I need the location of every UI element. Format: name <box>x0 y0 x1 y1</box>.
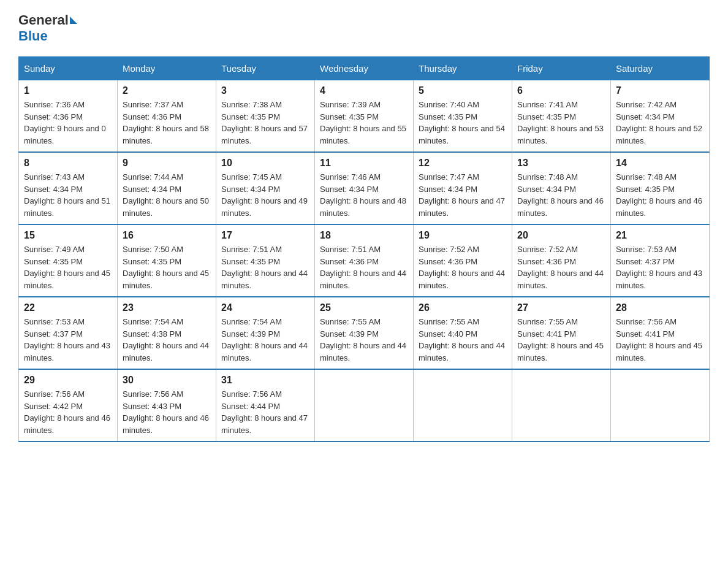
day-info: Sunrise: 7:53 AM Sunset: 4:37 PM Dayligh… <box>616 243 704 291</box>
day-info: Sunrise: 7:48 AM Sunset: 4:35 PM Dayligh… <box>616 171 704 219</box>
day-number: 30 <box>123 375 211 386</box>
calendar-cell: 6 Sunrise: 7:41 AM Sunset: 4:35 PM Dayli… <box>512 80 611 153</box>
day-number: 13 <box>517 158 605 169</box>
day-number: 3 <box>221 85 309 96</box>
day-info: Sunrise: 7:45 AM Sunset: 4:34 PM Dayligh… <box>221 171 309 219</box>
day-info: Sunrise: 7:42 AM Sunset: 4:34 PM Dayligh… <box>616 99 704 147</box>
logo: General Blue <box>18 12 78 44</box>
day-info: Sunrise: 7:55 AM Sunset: 4:40 PM Dayligh… <box>419 316 507 364</box>
day-number: 31 <box>221 375 309 386</box>
calendar-cell: 18 Sunrise: 7:51 AM Sunset: 4:36 PM Dayl… <box>315 224 414 297</box>
calendar-cell: 11 Sunrise: 7:46 AM Sunset: 4:34 PM Dayl… <box>315 152 414 224</box>
calendar-cell: 30 Sunrise: 7:56 AM Sunset: 4:43 PM Dayl… <box>118 369 216 442</box>
calendar-cell: 20 Sunrise: 7:52 AM Sunset: 4:36 PM Dayl… <box>512 224 611 297</box>
calendar-cell: 16 Sunrise: 7:50 AM Sunset: 4:35 PM Dayl… <box>118 224 216 297</box>
day-number: 9 <box>123 158 211 169</box>
logo-icon <box>70 17 77 24</box>
day-info: Sunrise: 7:49 AM Sunset: 4:35 PM Dayligh… <box>24 243 112 291</box>
day-number: 11 <box>320 158 408 169</box>
calendar-cell: 7 Sunrise: 7:42 AM Sunset: 4:34 PM Dayli… <box>611 80 710 153</box>
day-info: Sunrise: 7:52 AM Sunset: 4:36 PM Dayligh… <box>517 243 605 291</box>
day-number: 23 <box>123 302 211 313</box>
day-info: Sunrise: 7:39 AM Sunset: 4:35 PM Dayligh… <box>320 99 408 147</box>
day-number: 17 <box>221 230 309 241</box>
calendar-cell: 4 Sunrise: 7:39 AM Sunset: 4:35 PM Dayli… <box>315 80 414 153</box>
calendar-cell: 26 Sunrise: 7:55 AM Sunset: 4:40 PM Dayl… <box>414 297 512 369</box>
calendar-cell: 19 Sunrise: 7:52 AM Sunset: 4:36 PM Dayl… <box>414 224 512 297</box>
calendar-week-2: 8 Sunrise: 7:43 AM Sunset: 4:34 PM Dayli… <box>19 152 710 224</box>
page-header: General Blue <box>18 12 710 44</box>
calendar-cell: 27 Sunrise: 7:55 AM Sunset: 4:41 PM Dayl… <box>512 297 611 369</box>
calendar-cell: 10 Sunrise: 7:45 AM Sunset: 4:34 PM Dayl… <box>216 152 315 224</box>
day-number: 22 <box>24 302 112 313</box>
day-number: 19 <box>419 230 507 241</box>
day-info: Sunrise: 7:38 AM Sunset: 4:35 PM Dayligh… <box>221 99 309 147</box>
day-info: Sunrise: 7:41 AM Sunset: 4:35 PM Dayligh… <box>517 99 605 147</box>
calendar-cell: 22 Sunrise: 7:53 AM Sunset: 4:37 PM Dayl… <box>19 297 118 369</box>
calendar-cell: 28 Sunrise: 7:56 AM Sunset: 4:41 PM Dayl… <box>611 297 710 369</box>
calendar-body: 1 Sunrise: 7:36 AM Sunset: 4:36 PM Dayli… <box>19 80 710 442</box>
calendar-header-monday: Monday <box>118 57 216 80</box>
calendar-header-friday: Friday <box>512 57 611 80</box>
calendar-header-thursday: Thursday <box>414 57 512 80</box>
calendar-cell: 15 Sunrise: 7:49 AM Sunset: 4:35 PM Dayl… <box>19 224 118 297</box>
calendar-cell: 2 Sunrise: 7:37 AM Sunset: 4:36 PM Dayli… <box>118 80 216 153</box>
day-number: 29 <box>24 375 112 386</box>
day-info: Sunrise: 7:54 AM Sunset: 4:38 PM Dayligh… <box>123 316 211 364</box>
calendar-header-sunday: Sunday <box>19 57 118 80</box>
day-info: Sunrise: 7:56 AM Sunset: 4:41 PM Dayligh… <box>616 316 704 364</box>
day-info: Sunrise: 7:48 AM Sunset: 4:34 PM Dayligh… <box>517 171 605 219</box>
day-number: 18 <box>320 230 408 241</box>
calendar-cell <box>315 369 414 442</box>
day-number: 6 <box>517 85 605 96</box>
day-number: 28 <box>616 302 704 313</box>
day-number: 10 <box>221 158 309 169</box>
day-number: 2 <box>123 85 211 96</box>
calendar-cell: 31 Sunrise: 7:56 AM Sunset: 4:44 PM Dayl… <box>216 369 315 442</box>
calendar-cell: 17 Sunrise: 7:51 AM Sunset: 4:35 PM Dayl… <box>216 224 315 297</box>
day-number: 24 <box>221 302 309 313</box>
calendar-header-saturday: Saturday <box>611 57 710 80</box>
calendar-cell <box>611 369 710 442</box>
calendar-header-row: SundayMondayTuesdayWednesdayThursdayFrid… <box>19 57 710 80</box>
day-info: Sunrise: 7:43 AM Sunset: 4:34 PM Dayligh… <box>24 171 112 219</box>
day-number: 26 <box>419 302 507 313</box>
calendar-header-wednesday: Wednesday <box>315 57 414 80</box>
day-info: Sunrise: 7:37 AM Sunset: 4:36 PM Dayligh… <box>123 99 211 147</box>
calendar-cell: 21 Sunrise: 7:53 AM Sunset: 4:37 PM Dayl… <box>611 224 710 297</box>
calendar-cell: 29 Sunrise: 7:56 AM Sunset: 4:42 PM Dayl… <box>19 369 118 442</box>
day-info: Sunrise: 7:56 AM Sunset: 4:44 PM Dayligh… <box>221 388 309 436</box>
calendar-table: SundayMondayTuesdayWednesdayThursdayFrid… <box>18 56 710 442</box>
calendar-cell: 14 Sunrise: 7:48 AM Sunset: 4:35 PM Dayl… <box>611 152 710 224</box>
calendar-week-4: 22 Sunrise: 7:53 AM Sunset: 4:37 PM Dayl… <box>19 297 710 369</box>
day-info: Sunrise: 7:40 AM Sunset: 4:35 PM Dayligh… <box>419 99 507 147</box>
calendar-cell: 9 Sunrise: 7:44 AM Sunset: 4:34 PM Dayli… <box>118 152 216 224</box>
day-info: Sunrise: 7:56 AM Sunset: 4:43 PM Dayligh… <box>123 388 211 436</box>
day-number: 12 <box>419 158 507 169</box>
day-info: Sunrise: 7:44 AM Sunset: 4:34 PM Dayligh… <box>123 171 211 219</box>
calendar-cell: 25 Sunrise: 7:55 AM Sunset: 4:39 PM Dayl… <box>315 297 414 369</box>
day-number: 16 <box>123 230 211 241</box>
calendar-week-5: 29 Sunrise: 7:56 AM Sunset: 4:42 PM Dayl… <box>19 369 710 442</box>
day-info: Sunrise: 7:53 AM Sunset: 4:37 PM Dayligh… <box>24 316 112 364</box>
calendar-cell <box>512 369 611 442</box>
day-number: 20 <box>517 230 605 241</box>
calendar-cell <box>414 369 512 442</box>
day-info: Sunrise: 7:54 AM Sunset: 4:39 PM Dayligh… <box>221 316 309 364</box>
calendar-cell: 13 Sunrise: 7:48 AM Sunset: 4:34 PM Dayl… <box>512 152 611 224</box>
day-info: Sunrise: 7:51 AM Sunset: 4:36 PM Dayligh… <box>320 243 408 291</box>
day-info: Sunrise: 7:56 AM Sunset: 4:42 PM Dayligh… <box>24 388 112 436</box>
calendar-cell: 3 Sunrise: 7:38 AM Sunset: 4:35 PM Dayli… <box>216 80 315 153</box>
day-number: 25 <box>320 302 408 313</box>
day-number: 7 <box>616 85 704 96</box>
day-info: Sunrise: 7:51 AM Sunset: 4:35 PM Dayligh… <box>221 243 309 291</box>
day-info: Sunrise: 7:55 AM Sunset: 4:41 PM Dayligh… <box>517 316 605 364</box>
day-number: 5 <box>419 85 507 96</box>
calendar-cell: 24 Sunrise: 7:54 AM Sunset: 4:39 PM Dayl… <box>216 297 315 369</box>
day-number: 8 <box>24 158 112 169</box>
day-number: 1 <box>24 85 112 96</box>
logo-general: General <box>18 12 69 28</box>
day-number: 4 <box>320 85 408 96</box>
day-number: 15 <box>24 230 112 241</box>
calendar-cell: 5 Sunrise: 7:40 AM Sunset: 4:35 PM Dayli… <box>414 80 512 153</box>
